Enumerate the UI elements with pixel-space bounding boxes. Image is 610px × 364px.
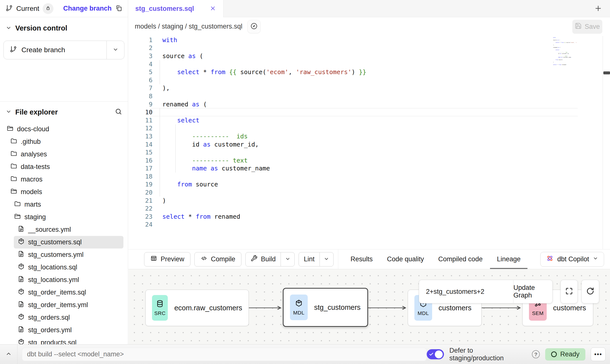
collapse-panel-button[interactable]	[0, 345, 17, 364]
dbt-copilot-button[interactable]: dbt Copilot	[540, 252, 604, 267]
chevron-down-icon	[323, 256, 329, 263]
code-line[interactable]: 6	[128, 76, 610, 84]
file-tree-item[interactable]: stg_locations.sql	[3, 261, 124, 274]
code-line[interactable]: 10	[128, 108, 610, 116]
save-button[interactable]: Save	[572, 20, 602, 34]
code-line[interactable]: 14 id as customer_id,	[128, 140, 610, 149]
file-tree-item[interactable]: __sources.yml	[3, 223, 124, 236]
node-badge-label: SRC	[154, 310, 166, 316]
tab-stg-customers-sql[interactable]: stg_customers.sql	[128, 0, 223, 17]
lint-button[interactable]: Lint	[299, 252, 320, 266]
file-tree-item[interactable]: stg_customers.yml	[3, 248, 124, 261]
folder-icon	[10, 150, 17, 159]
folder-open-icon	[6, 125, 14, 134]
node-label: customers	[439, 304, 472, 312]
close-icon[interactable]	[209, 5, 216, 13]
lineage-panel[interactable]: SRC ecom.raw_customers MDL stg_customers	[128, 269, 610, 344]
code-line-content	[152, 44, 578, 52]
help-icon[interactable]: ?	[532, 350, 540, 358]
file-tree-item[interactable]: stg_order_items.yml	[3, 299, 124, 311]
copy-icon[interactable]	[115, 4, 122, 13]
code-line[interactable]: 12	[128, 124, 610, 132]
code-line[interactable]: 23select * from renamed	[128, 213, 610, 221]
code-line[interactable]: 13 ---------- ids	[128, 132, 610, 140]
preview-button[interactable]: Preview	[144, 252, 190, 266]
file-tree-item[interactable]: stg_products.sql	[3, 336, 124, 344]
code-editor[interactable]: 1with23source as (45 select * from {{ so…	[128, 36, 610, 249]
file-tree-item[interactable]: stg_orders.sql	[3, 311, 124, 324]
file-tree-item[interactable]: macros	[3, 173, 124, 186]
code-line[interactable]: 2	[128, 44, 610, 52]
file-tree-item[interactable]: staging	[3, 211, 124, 223]
lint-dropdown[interactable]	[320, 252, 333, 266]
file-tree-item[interactable]: stg_customers.sql	[14, 236, 123, 248]
code-line[interactable]: 18	[128, 172, 610, 181]
code-line[interactable]: 22	[128, 204, 610, 213]
minimap[interactable]: with source as ( select * from {{ source…	[553, 37, 577, 66]
file-explorer-header[interactable]: File explorer	[3, 105, 124, 119]
file-tree-item[interactable]: .github	[3, 135, 124, 148]
scrollbar-thumb[interactable]	[603, 71, 610, 74]
code-line[interactable]: 4	[128, 60, 610, 68]
code-line[interactable]: 3source as (	[128, 52, 610, 60]
code-line[interactable]: 24	[128, 221, 610, 229]
file-tree-item[interactable]: stg_orders.yml	[3, 324, 124, 336]
line-number: 4	[128, 61, 152, 68]
code-line[interactable]: 16 ---------- text	[128, 156, 610, 165]
code-line[interactable]: 21)	[128, 197, 610, 205]
code-line[interactable]: 20	[128, 188, 610, 197]
git-branch-icon	[10, 46, 17, 55]
code-line[interactable]: 17 name as customer_name	[128, 165, 610, 173]
update-graph-button[interactable]: Update Graph	[513, 280, 552, 303]
file-tree-item[interactable]: models	[3, 186, 124, 198]
lineage-node-ecom-raw-customers[interactable]: SRC ecom.raw_customers	[145, 290, 249, 326]
lint-split-button: Lint	[299, 252, 334, 266]
search-icon[interactable]	[115, 108, 122, 116]
code-line[interactable]: 9renamed as (	[128, 100, 610, 108]
change-branch-link[interactable]: Change branch	[63, 5, 112, 12]
file-tree-item[interactable]: stg_order_items.sql	[3, 286, 124, 299]
more-options-button[interactable]: •••	[591, 347, 606, 361]
defer-toggle[interactable]	[427, 349, 444, 359]
code-line[interactable]: 7),	[128, 84, 610, 92]
line-number: 6	[128, 77, 152, 84]
version-control-header[interactable]: Version control	[3, 22, 124, 34]
copilot-compass-button[interactable]	[247, 20, 261, 33]
file-tree-item-label: staging	[24, 213, 46, 221]
branch-locked-badge	[43, 3, 53, 14]
tab-compiled-code[interactable]: Compiled code	[438, 249, 483, 269]
file-tree-item[interactable]: docs-cloud	[3, 123, 124, 135]
toolbar-divider	[338, 249, 338, 269]
tab-results[interactable]: Results	[351, 249, 373, 269]
command-input-wrap	[22, 348, 427, 361]
tab-lineage[interactable]: Lineage	[497, 249, 521, 269]
create-branch-button[interactable]: Create branch	[4, 41, 106, 59]
build-dropdown[interactable]	[281, 252, 294, 266]
file-tree-item[interactable]: stg_locations.yml	[3, 274, 124, 286]
command-input[interactable]	[27, 350, 422, 358]
file-tree-item[interactable]: data-tests	[3, 161, 124, 173]
file-tree-item[interactable]: analyses	[3, 148, 124, 161]
create-branch-dropdown[interactable]	[106, 41, 124, 59]
build-split-button: Build	[245, 252, 295, 266]
lineage-node-stg-customers[interactable]: MDL stg_customers	[283, 288, 368, 327]
tab-code-quality[interactable]: Code quality	[387, 249, 424, 269]
lineage-selector-input[interactable]	[419, 280, 513, 303]
file-tree-item[interactable]: marts	[3, 198, 124, 211]
compile-button[interactable]: Compile	[194, 252, 241, 266]
refresh-button[interactable]	[581, 280, 599, 303]
version-control-section: Version control Create branch	[0, 17, 128, 102]
new-tab-button[interactable]	[593, 3, 604, 14]
code-line[interactable]: 8	[128, 92, 610, 100]
code-line[interactable]: 5 select * from {{ source('ecom', 'raw_c…	[128, 68, 610, 76]
editor-scrollbar[interactable]	[603, 36, 610, 249]
fullscreen-button[interactable]	[560, 280, 578, 303]
code-line[interactable]: 19 from source	[128, 181, 610, 189]
build-button[interactable]: Build	[246, 252, 281, 266]
code-line[interactable]: 11 select	[128, 116, 610, 124]
line-number: 21	[128, 197, 152, 204]
ready-label: Ready	[560, 350, 579, 358]
model-badge: MDL	[290, 295, 308, 320]
code-line[interactable]: 1with	[128, 36, 610, 44]
code-line[interactable]: 15	[128, 148, 610, 156]
